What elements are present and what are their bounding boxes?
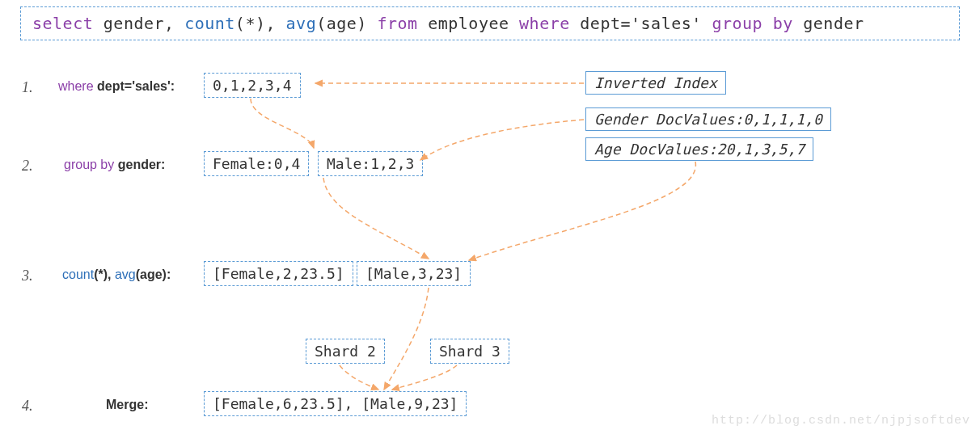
- sql-where: where: [519, 14, 570, 33]
- step-1-box: 0,1,2,3,4: [204, 73, 301, 98]
- step-1-num: 1.: [22, 79, 33, 96]
- step-3-box-female: [Female,2,23.5]: [204, 261, 353, 286]
- step-4-num: 4.: [22, 398, 33, 415]
- age-docvalues-box: Age DocValues:20,1,3,5,7: [585, 137, 813, 161]
- step-2-num: 2.: [22, 158, 33, 175]
- step-3-label: count(*), avg(age):: [62, 268, 171, 282]
- sql-query-box: select gender, count(*), avg(age) from e…: [20, 6, 960, 40]
- step-2-label: group by gender:: [64, 158, 165, 172]
- step-3-box-male: [Male,3,23]: [357, 261, 471, 286]
- sql-from: from: [377, 14, 417, 33]
- sql-col: gender,: [103, 14, 175, 33]
- sql-where-cond: dept='sales': [580, 14, 702, 33]
- sql-group: group: [712, 14, 762, 33]
- sql-avg: avg: [286, 14, 317, 33]
- sql-count: count: [184, 14, 235, 33]
- sql-select: select: [32, 14, 93, 33]
- diagram-arrows: [0, 0, 980, 434]
- step-2-box-female: Female:0,4: [204, 151, 309, 176]
- inverted-index-box: Inverted Index: [585, 71, 726, 95]
- step-1-label: where dept='sales':: [58, 79, 175, 94]
- shard-2-box: Shard 2: [306, 339, 385, 364]
- watermark: http://blog.csdn.net/njpjsoftdev: [712, 414, 970, 428]
- gender-docvalues-box: Gender DocValues:0,1,1,1,0: [585, 107, 831, 131]
- step-3-num: 3.: [22, 268, 33, 284]
- step-4-box: [Female,6,23.5], [Male,9,23]: [204, 391, 467, 416]
- sql-by-col: gender: [803, 14, 864, 33]
- sql-by: by: [773, 14, 793, 33]
- step-4-label: Merge:: [106, 398, 148, 412]
- sql-table: employee: [428, 14, 509, 33]
- step-2-box-male: Male:1,2,3: [318, 151, 423, 176]
- shard-3-box: Shard 3: [430, 339, 509, 364]
